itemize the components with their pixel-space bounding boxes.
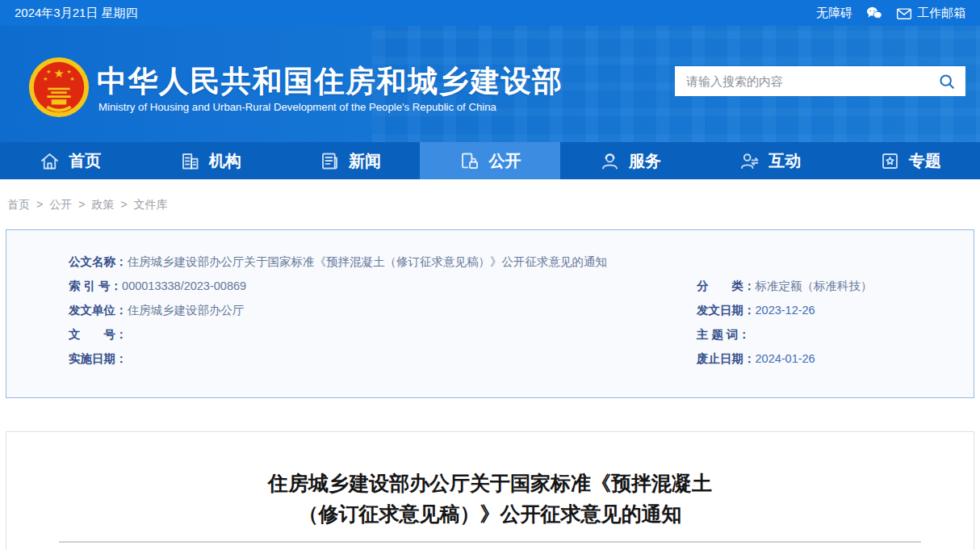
site-header: ★ ★ ★ ★ ★ www.mohurd.gov.cn 中华人民共和国住房和城乡… bbox=[0, 26, 980, 142]
meta-value-document-name: 住房城乡建设部办公厅关于国家标准《预拌混凝土（修订征求意见稿）》公开征求意见的通… bbox=[128, 255, 608, 268]
article-card: 住房城乡建设部办公厅关于国家标准《预拌混凝土 （修订征求意见稿）》公开征求意见的… bbox=[6, 431, 974, 550]
meta-label-abolition-date: 废止日期： bbox=[697, 352, 756, 365]
nav-item-interaction[interactable]: 互动 bbox=[700, 142, 840, 179]
svg-text:★: ★ bbox=[67, 69, 72, 74]
article-title-line2: （修订征求意见稿）》公开征求意见的通知 bbox=[6, 498, 974, 529]
meta-row-index-number: 索 引 号：000013338/2023-00869 bbox=[69, 274, 697, 298]
document-meta-card: 公文名称：住房城乡建设部办公厅关于国家标准《预拌混凝土（修订征求意见稿）》公开征… bbox=[6, 229, 974, 398]
search-input[interactable] bbox=[686, 74, 938, 88]
svg-text:★: ★ bbox=[70, 76, 75, 82]
work-mailbox-label: 工作邮箱 bbox=[917, 6, 965, 21]
nav-item-disclosure[interactable]: 公开 bbox=[420, 142, 559, 179]
topbar-links: 无障碍 工作邮箱 bbox=[816, 6, 965, 21]
breadcrumb-policy[interactable]: 政策 bbox=[91, 198, 114, 211]
nav-item-topics[interactable]: 专题 bbox=[840, 142, 980, 179]
breadcrumb-disclosure[interactable]: 公开 bbox=[49, 198, 72, 211]
svg-text:★: ★ bbox=[46, 69, 51, 74]
wechat-icon bbox=[865, 6, 883, 20]
breadcrumb-separator: > bbox=[120, 198, 127, 211]
disclosure-icon bbox=[459, 150, 480, 172]
svg-text:★: ★ bbox=[43, 76, 48, 82]
svg-text:★: ★ bbox=[53, 67, 64, 80]
nav-label: 专题 bbox=[909, 150, 941, 172]
meta-value-index-number: 000013338/2023-00869 bbox=[122, 279, 246, 292]
topbar: 2024年3月21日 星期四 无障碍 工作邮箱 bbox=[0, 0, 980, 26]
article-title: 住房城乡建设部办公厅关于国家标准《预拌混凝土 （修订征求意见稿）》公开征求意见的… bbox=[6, 468, 974, 529]
nav-item-organization[interactable]: 机构 bbox=[140, 142, 279, 179]
meta-value-issuing-unit: 住房城乡建设部办公厅 bbox=[128, 304, 245, 317]
meta-row-category: 分 类：标准定额（标准科技） bbox=[697, 274, 974, 298]
main-nav: 首页 机构 新闻 公开 服务 bbox=[0, 142, 980, 179]
topics-icon bbox=[879, 150, 901, 172]
breadcrumb-separator: > bbox=[78, 198, 85, 211]
meta-row-document-number: 文 号： bbox=[69, 322, 697, 346]
meta-label-category: 分 类： bbox=[697, 279, 756, 292]
meta-label-index-number: 索 引 号： bbox=[69, 279, 122, 292]
breadcrumb-home[interactable]: 首页 bbox=[7, 198, 30, 211]
nav-label: 互动 bbox=[769, 150, 801, 172]
search-box bbox=[675, 66, 965, 96]
breadcrumb: 首页>公开>政策>文件库 bbox=[7, 198, 980, 212]
nav-label: 首页 bbox=[69, 150, 101, 172]
work-mailbox-link[interactable]: 工作邮箱 bbox=[896, 6, 965, 21]
nav-label: 新闻 bbox=[349, 150, 381, 172]
nav-label: 服务 bbox=[629, 150, 661, 172]
breadcrumb-document-library[interactable]: 文件库 bbox=[134, 198, 168, 211]
service-icon bbox=[599, 150, 621, 172]
meta-row-issuing-unit: 发文单位：住房城乡建设部办公厅 bbox=[69, 298, 697, 322]
nav-item-news[interactable]: 新闻 bbox=[280, 142, 420, 179]
meta-row-document-name: 公文名称：住房城乡建设部办公厅关于国家标准《预拌混凝土（修订征求意见稿）》公开征… bbox=[69, 250, 974, 274]
meta-label-document-number: 文 号： bbox=[69, 328, 128, 341]
meta-row-abolition-date: 废止日期：2024-01-26 bbox=[697, 346, 974, 371]
nav-item-home[interactable]: 首页 bbox=[0, 142, 140, 179]
search-icon bbox=[938, 73, 956, 90]
home-icon bbox=[39, 150, 61, 172]
accessibility-label: 无障碍 bbox=[816, 6, 852, 21]
news-icon bbox=[319, 150, 341, 172]
site-title: 中华人民共和国住房和城乡建设部 bbox=[97, 61, 563, 102]
meta-row-issue-date: 发文日期：2023-12-26 bbox=[697, 298, 974, 322]
article-title-line1: 住房城乡建设部办公厅关于国家标准《预拌混凝土 bbox=[6, 468, 974, 498]
meta-label-keywords: 主 题 词： bbox=[697, 328, 750, 341]
meta-label-implementation-date: 实施日期： bbox=[69, 352, 128, 365]
meta-label-issue-date: 发文日期： bbox=[697, 304, 756, 317]
nav-label: 机构 bbox=[209, 150, 241, 172]
meta-label-issuing-unit: 发文单位： bbox=[69, 304, 128, 317]
accessibility-link[interactable]: 无障碍 bbox=[816, 6, 852, 21]
article-divider bbox=[59, 541, 921, 543]
search-button[interactable] bbox=[938, 73, 956, 90]
meta-value-issue-date: 2023-12-26 bbox=[756, 304, 815, 317]
meta-value-category: 标准定额（标准科技） bbox=[756, 279, 873, 292]
wechat-link[interactable] bbox=[865, 6, 883, 20]
meta-row-implementation-date: 实施日期： bbox=[69, 346, 697, 371]
meta-row-keywords: 主 题 词： bbox=[697, 322, 974, 346]
meta-grid: 索 引 号：000013338/2023-00869 发文单位：住房城乡建设部办… bbox=[69, 274, 974, 371]
meta-value-abolition-date: 2024-01-26 bbox=[756, 352, 815, 365]
meta-label-document-name: 公文名称： bbox=[69, 255, 128, 268]
envelope-icon bbox=[896, 6, 912, 20]
nav-item-service[interactable]: 服务 bbox=[560, 142, 700, 179]
current-date: 2024年3月21日 星期四 bbox=[15, 6, 138, 21]
nav-label: 公开 bbox=[488, 150, 521, 172]
organization-icon bbox=[179, 150, 201, 172]
interaction-icon bbox=[739, 150, 760, 172]
site-title-english: Ministry of Housing and Urban-Rural Deve… bbox=[98, 101, 496, 113]
breadcrumb-separator: > bbox=[36, 198, 43, 211]
national-emblem-logo[interactable]: ★ ★ ★ ★ ★ bbox=[27, 55, 91, 121]
